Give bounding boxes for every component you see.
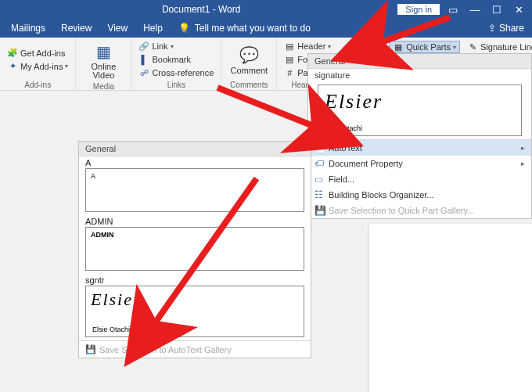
document-title: Document1 - Word xyxy=(5,4,397,15)
link-icon: 🔗 xyxy=(138,41,149,52)
document-page[interactable] xyxy=(369,224,532,392)
chevron-down-icon: ▾ xyxy=(453,44,456,51)
chevron-right-icon: ▸ xyxy=(521,144,525,152)
bookmark-button[interactable]: ▌Bookmark xyxy=(136,53,216,66)
autotext-entry-a[interactable]: A A xyxy=(79,156,311,215)
lightbulb-icon: 💡 xyxy=(178,23,190,34)
sign-in-button[interactable]: Sign in xyxy=(397,4,440,15)
menu-building-blocks-organizer[interactable]: ☷Building Blocks Organizer... xyxy=(308,187,531,203)
group-comments-label: Comments xyxy=(226,80,271,89)
share-button[interactable]: Share xyxy=(499,23,524,34)
cross-ref-icon: ☍ xyxy=(138,67,149,78)
group-addins-label: Add-ins xyxy=(5,80,70,89)
field-icon: ▭ xyxy=(315,174,329,185)
autotext-entry-admin[interactable]: ADMIN ADMIN xyxy=(79,215,311,274)
addins-icon: ✦ xyxy=(7,61,18,72)
signature-preview-name: Elsie Otachi xyxy=(325,124,362,132)
header-icon: ▤ xyxy=(284,41,295,52)
comment-button[interactable]: 💬 Comment xyxy=(226,39,271,80)
group-media-label: Media xyxy=(81,81,126,91)
tab-help[interactable]: Help xyxy=(135,19,171,38)
autotext-icon: 📄 xyxy=(315,142,329,153)
my-addins-button[interactable]: ✦My Add-ins▾ xyxy=(5,60,70,73)
save-icon: 💾 xyxy=(85,344,99,354)
comment-icon: 💬 xyxy=(238,44,260,66)
menu-field[interactable]: ▭Field... xyxy=(308,171,531,187)
tell-me-search[interactable]: 💡 Tell me what you want to do xyxy=(171,19,318,38)
store-icon: 🧩 xyxy=(7,48,18,59)
autotext-entry-sgntr[interactable]: sgntr Elsier Elsie Otachi xyxy=(79,274,311,340)
organizer-icon: ☷ xyxy=(315,189,329,200)
menu-autotext[interactable]: 📄AutoText▸ xyxy=(308,140,531,156)
tab-mailings[interactable]: Mailings xyxy=(3,19,53,38)
online-video-button[interactable]: ▦ Online Video xyxy=(81,39,126,81)
chevron-right-icon: ▸ xyxy=(521,160,525,167)
quick-parts-icon: ▦ xyxy=(393,41,404,52)
page-number-icon: # xyxy=(284,67,295,78)
signature-preview-name: Elsie Otachi xyxy=(92,325,130,333)
signature-icon: ✎ xyxy=(467,41,478,52)
document-property-icon: 🏷 xyxy=(315,158,329,169)
signature-line-button[interactable]: ✎Signature Line▾ xyxy=(465,41,532,53)
get-addins-button[interactable]: 🧩Get Add-ins xyxy=(5,47,70,59)
ribbon-display-icon[interactable]: ▭ xyxy=(444,4,462,16)
title-bar: Document1 - Word Sign in ▭ — ☐ ✕ xyxy=(0,0,532,19)
cross-reference-button[interactable]: ☍Cross-reference xyxy=(136,67,216,79)
header-button[interactable]: ▤Header▾ xyxy=(282,40,358,52)
group-links-label: Links xyxy=(136,80,216,89)
menu-save-selection-quick-parts: 💾Save Selection to Quick Part Gallery... xyxy=(308,203,531,218)
footer-icon: ▤ xyxy=(284,54,295,65)
close-icon[interactable]: ✕ xyxy=(510,4,527,16)
tab-review[interactable]: Review xyxy=(53,19,99,38)
tab-view[interactable]: View xyxy=(99,19,135,38)
quick-parts-button[interactable]: ▦Quick Parts▾ xyxy=(389,41,460,53)
signature-preview-text: Elsier xyxy=(91,290,299,310)
quick-parts-category-label: signature xyxy=(308,69,531,81)
menu-document-property[interactable]: 🏷Document Property▸ xyxy=(308,156,531,171)
minimize-icon[interactable]: — xyxy=(466,4,483,16)
autotext-header: General xyxy=(79,142,311,156)
video-icon: ▦ xyxy=(92,41,114,63)
bookmark-icon: ▌ xyxy=(138,54,149,65)
quick-parts-entry-signature[interactable]: Elsier Elsie Otachi xyxy=(318,85,522,136)
quick-parts-gallery-header: General xyxy=(308,54,531,69)
link-button[interactable]: 🔗Link▾ xyxy=(136,40,216,52)
signature-preview-text: Elsier xyxy=(325,90,515,113)
autotext-flyout: General A A ADMIN ADMIN sgntr Elsier Els… xyxy=(78,141,311,358)
quick-parts-flyout: General signature Elsier Elsie Otachi 📄A… xyxy=(307,53,532,219)
menu-save-selection-autotext: 💾Save Selection to AutoText Gallery xyxy=(79,340,311,358)
chevron-down-icon: ▾ xyxy=(328,43,331,50)
save-icon: 💾 xyxy=(315,205,329,216)
chevron-down-icon: ▾ xyxy=(65,63,68,70)
chevron-down-icon: ▾ xyxy=(171,43,174,50)
maximize-icon[interactable]: ☐ xyxy=(488,4,505,16)
share-icon: ⇪ xyxy=(488,23,496,34)
ribbon-tabs: Mailings Review View Help 💡 Tell me what… xyxy=(0,19,532,38)
